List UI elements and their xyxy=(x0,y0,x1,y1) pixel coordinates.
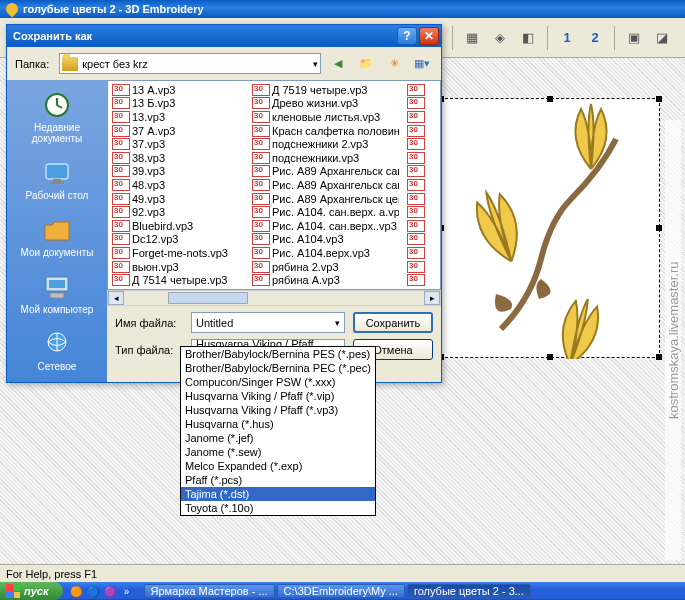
toolbar-btn-b[interactable]: ◈ xyxy=(489,27,511,49)
up-one-level-button[interactable]: 📁 xyxy=(355,53,377,74)
file-item[interactable]: Рис. А89 Архангельск сам.верх.vp3 xyxy=(252,165,399,179)
filetype-dropdown-list[interactable]: Brother/Babylock/Bernina PES (*.pes)Brot… xyxy=(180,346,376,516)
taskbar-item[interactable]: Ярмарка Мастеров - ... xyxy=(144,584,275,598)
taskbar-item[interactable]: голубые цветы 2 - 3... xyxy=(407,584,531,598)
file-item[interactable]: Красн салфетка половина.vp3 xyxy=(252,124,399,138)
filetype-option[interactable]: Brother/Babylock/Bernina PES (*.pes) xyxy=(181,347,375,361)
file-item[interactable]: си xyxy=(407,178,427,192)
horizontal-scrollbar[interactable]: ◂ ▸ xyxy=(107,290,441,306)
toolbar-btn-e[interactable]: ◪ xyxy=(651,27,673,49)
scrollbar-thumb[interactable] xyxy=(168,292,248,304)
filetype-option[interactable]: Husqvarna Viking / Pfaff (*.vip) xyxy=(181,389,375,403)
file-item[interactable]: рябина А.vp3 xyxy=(252,273,399,287)
file-item[interactable]: Рис. А104.верх.vp3 xyxy=(252,246,399,260)
file-item[interactable]: Рис. А89 Архангельск центр.vp3 xyxy=(252,192,399,206)
file-item[interactable]: рябина 2.vp3 xyxy=(252,260,399,274)
file-item[interactable]: си xyxy=(407,124,427,138)
toolbar-btn-a[interactable]: ▦ xyxy=(461,27,483,49)
dialog-titlebar[interactable]: Сохранить как ? ✕ xyxy=(7,25,441,47)
quicklaunch-icon[interactable]: 🟠 xyxy=(69,584,83,598)
file-item[interactable]: Рис. А89 Архангельск сам.низ.vp3 xyxy=(252,178,399,192)
file-item[interactable]: си xyxy=(407,165,427,179)
file-item[interactable] xyxy=(407,219,427,233)
filetype-option[interactable]: Janome (*.sew) xyxy=(181,445,375,459)
file-item[interactable]: Dc12.vp3 xyxy=(112,233,244,247)
file-item[interactable] xyxy=(407,260,427,274)
embroidery-selection[interactable] xyxy=(440,98,660,358)
file-item[interactable]: си xyxy=(407,137,427,151)
filetype-option[interactable]: Toyota (*.10o) xyxy=(181,501,375,515)
folder-select[interactable]: крест без krz ▾ xyxy=(59,53,321,74)
file-item[interactable]: 39.vp3 xyxy=(112,165,244,179)
filetype-option[interactable]: Tajima (*.dst) xyxy=(181,487,375,501)
file-item[interactable]: 38.vp3 xyxy=(112,151,244,165)
dialog-help-button[interactable]: ? xyxy=(397,27,417,45)
file-item[interactable]: вьюн.vp3 xyxy=(112,260,244,274)
places-item-mydocs[interactable]: Мои документы xyxy=(12,211,102,262)
save-button[interactable]: Сохранить xyxy=(353,312,433,333)
selection-handle[interactable] xyxy=(656,225,662,231)
file-item[interactable]: 37 А.vp3 xyxy=(112,124,244,138)
toolbar-zoom-1[interactable]: 1 xyxy=(556,27,578,49)
filetype-option[interactable]: Husqvarna (*.hus) xyxy=(181,417,375,431)
toolbar-btn-c[interactable]: ◧ xyxy=(517,27,539,49)
scroll-right-button[interactable]: ▸ xyxy=(424,291,440,305)
file-list[interactable]: 13 А.vp313 Б.vp313.vp337 А.vp337.vp338.v… xyxy=(107,80,441,290)
view-menu-button[interactable]: ▦▾ xyxy=(411,53,433,74)
file-item[interactable]: Рис. А104. сан.верх..vp3 xyxy=(252,219,399,233)
file-item[interactable] xyxy=(407,246,427,260)
scroll-left-button[interactable]: ◂ xyxy=(108,291,124,305)
filetype-option[interactable]: Compucon/Singer PSW (*.xxx) xyxy=(181,375,375,389)
file-item[interactable]: 13 Б.vp3 xyxy=(112,97,244,111)
file-item[interactable]: фс xyxy=(407,192,427,206)
places-item-desktop[interactable]: Рабочий стол xyxy=(12,154,102,205)
file-item[interactable]: Д 7514 четыре.vp3 xyxy=(112,273,244,287)
file-item[interactable]: 49.vp3 xyxy=(112,192,244,206)
back-button[interactable]: ◀ xyxy=(327,53,349,74)
file-item[interactable]: са xyxy=(407,110,427,124)
file-item[interactable]: 37.vp3 xyxy=(112,137,244,151)
file-item[interactable]: 13 А.vp3 xyxy=(112,83,244,97)
places-item-recent[interactable]: Недавние документы xyxy=(12,86,102,148)
file-item[interactable]: 48.vp3 xyxy=(112,178,244,192)
file-item[interactable]: Д 7519 четыре.vp3 xyxy=(252,83,399,97)
file-item[interactable]: Forget-me-nots.vp3 xyxy=(112,246,244,260)
file-item[interactable]: кленовые листья.vp3 xyxy=(252,110,399,124)
filetype-option[interactable]: Brother/Babylock/Bernina PEC (*.pec) xyxy=(181,361,375,375)
filetype-option[interactable]: Husqvarna Viking / Pfaff (*.vp3) xyxy=(181,403,375,417)
file-item[interactable]: Рис. А104.vp3 xyxy=(252,233,399,247)
filetype-option[interactable]: Melco Expanded (*.exp) xyxy=(181,459,375,473)
chevron-down-icon[interactable]: ▾ xyxy=(335,318,340,328)
file-item[interactable]: Bluebird.vp3 xyxy=(112,219,244,233)
selection-handle[interactable] xyxy=(547,354,553,360)
filename-input[interactable]: Untitled ▾ xyxy=(191,312,345,333)
selection-handle[interactable] xyxy=(656,96,662,102)
toolbar-zoom-2[interactable]: 2 xyxy=(584,27,606,49)
dialog-close-button[interactable]: ✕ xyxy=(419,27,439,45)
selection-handle[interactable] xyxy=(547,96,553,102)
quicklaunch-icon[interactable]: 🔵 xyxy=(86,584,100,598)
file-item[interactable]: подснежники.vp3 xyxy=(252,151,399,165)
file-item[interactable]: подснежники 2.vp3 xyxy=(252,137,399,151)
new-folder-button[interactable]: ✳ xyxy=(383,53,405,74)
file-item[interactable]: Древо жизни.vp3 xyxy=(252,97,399,111)
file-item[interactable] xyxy=(407,233,427,247)
selection-handle[interactable] xyxy=(656,354,662,360)
file-item[interactable]: са xyxy=(407,97,427,111)
start-button[interactable]: пуск xyxy=(0,582,63,600)
toolbar-btn-d[interactable]: ▣ xyxy=(623,27,645,49)
file-item[interactable]: 92.vp3 xyxy=(112,205,244,219)
places-item-mycomputer[interactable]: Мой компьютер xyxy=(12,268,102,319)
file-item[interactable]: Рис. А104. сан.верх. а.vp3 xyxy=(252,205,399,219)
file-item[interactable] xyxy=(407,205,427,219)
filetype-option[interactable]: Janome (*.jef) xyxy=(181,431,375,445)
file-item[interactable]: са xyxy=(407,83,427,97)
file-item[interactable]: 13.vp3 xyxy=(112,110,244,124)
taskbar-item[interactable]: C:\3DEmbroidery\My ... xyxy=(277,584,405,598)
file-item[interactable] xyxy=(407,273,427,287)
file-item[interactable]: си xyxy=(407,151,427,165)
filetype-option[interactable]: Pfaff (*.pcs) xyxy=(181,473,375,487)
quicklaunch-icon[interactable]: 🟣 xyxy=(103,584,117,598)
places-item-network[interactable]: Сетевое xyxy=(12,325,102,376)
quicklaunch-chevron-icon[interactable]: » xyxy=(120,584,134,598)
